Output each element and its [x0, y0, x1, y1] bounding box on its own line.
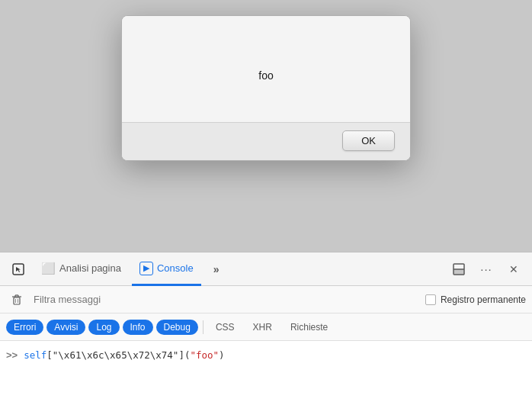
persistent-log-checkbox[interactable] [425, 294, 436, 305]
close-devtools-button[interactable]: ✕ [502, 257, 526, 281]
console-prompt: >> [6, 349, 18, 361]
console-filter-bar: Registro permanente [0, 286, 532, 314]
cursor-tool-button[interactable] [6, 257, 30, 281]
console-chips-bar: Errori Avvisi Log Info Debug CSS XHR Ric… [0, 314, 532, 341]
alert-message-area: foo [122, 16, 410, 123]
chip-log[interactable]: Log [88, 320, 119, 335]
chip-xhr[interactable]: XHR [245, 320, 280, 335]
inspector-icon: ⬜ [41, 262, 56, 275]
chip-css[interactable]: CSS [208, 320, 242, 335]
console-code: self["\x61\x6c\x65\x72\x74"]("foo") [24, 349, 224, 361]
code-bracket: ["\x61\x6c\x65\x72\x74"] [46, 349, 184, 361]
chip-richieste[interactable]: Richieste [283, 320, 335, 335]
console-output: >> self["\x61\x6c\x65\x72\x74"]("foo") [0, 341, 532, 418]
persistent-log-label: Registro permanente [441, 294, 526, 305]
devtools-toolbar: ⬜ Analisi pagina ▶ Console » ··· ✕ [0, 252, 532, 286]
chip-divider [203, 320, 204, 334]
more-options-button[interactable]: ··· [474, 257, 498, 281]
console-label: Console [157, 262, 194, 274]
browser-page: foo OK [0, 0, 532, 252]
svg-rect-4 [14, 297, 20, 304]
tab-console[interactable]: ▶ Console [132, 252, 201, 286]
cursor-icon [11, 262, 25, 276]
more-tabs-button[interactable]: » [204, 257, 229, 281]
chip-errori[interactable]: Errori [6, 320, 43, 335]
dock-button[interactable] [447, 257, 471, 281]
chip-info[interactable]: Info [123, 320, 153, 335]
console-icon: ▶ [139, 262, 153, 275]
chip-debug[interactable]: Debug [156, 320, 198, 335]
inspector-label: Analisi pagina [59, 262, 121, 274]
alert-dialog: foo OK [121, 15, 411, 161]
code-self: self [24, 349, 46, 361]
tab-inspector[interactable]: ⬜ Analisi pagina [34, 252, 129, 286]
filter-input[interactable] [34, 294, 419, 305]
alert-message: foo [258, 39, 273, 82]
clear-console-button[interactable] [6, 289, 27, 310]
persistent-log-area: Registro permanente [425, 294, 526, 305]
chip-avvisi[interactable]: Avvisi [46, 320, 85, 335]
code-close-paren: ) [219, 349, 225, 361]
code-string-foo: "foo" [190, 349, 219, 361]
devtools-panel: ⬜ Analisi pagina ▶ Console » ··· ✕ [0, 252, 532, 418]
alert-button-area: OK [122, 123, 410, 160]
dock-icon [452, 262, 466, 276]
trash-icon [11, 294, 23, 306]
alert-ok-button[interactable]: OK [342, 130, 395, 151]
console-row: >> self["\x61\x6c\x65\x72\x74"]("foo") [0, 346, 532, 364]
svg-rect-2 [453, 269, 464, 275]
